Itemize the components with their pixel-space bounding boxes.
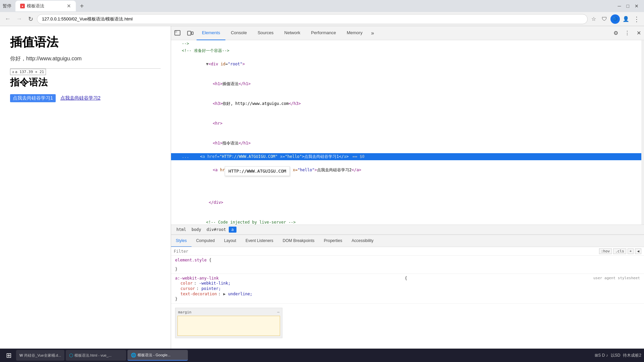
box-model-label: margin — [178, 310, 192, 314]
webpage-content: 插值语法 你好，http://www.atguigu.com a a 137.3… — [0, 26, 171, 362]
svg-rect-3 — [192, 32, 193, 35]
bottom-tabs-bar: Styles Computed Layout Event Listeners D… — [171, 235, 644, 247]
tab-accessibility[interactable]: Accessibility — [347, 235, 378, 247]
css-rule-webkit: a:-webkit-any-link { user agent styleshe… — [171, 274, 644, 304]
cls-toggle-button[interactable]: .cls — [613, 248, 626, 254]
new-tab-button[interactable]: + — [77, 1, 87, 11]
box-model-container: margin ─ — [175, 308, 282, 338]
dom-line[interactable]: </div> — [171, 193, 644, 213]
tab-favicon: ● — [20, 4, 25, 8]
taskbar-ime: 以SD — [611, 353, 621, 358]
profile-button[interactable]: 👤 — [621, 14, 631, 24]
taskbar-user-label: 待木成桩2 — [623, 353, 641, 358]
dom-line[interactable]: <!-- 准备好一个容器--> — [171, 47, 644, 54]
page-title: 插值语法 — [10, 34, 161, 51]
devtools-toolbar: Elements Console Sources Network Perform… — [171, 26, 644, 40]
css-source-label: user agent stylesheet — [593, 276, 640, 280]
css-prop-text-decoration[interactable]: text-decoration: ▶ underline; — [180, 291, 640, 297]
tab-layout[interactable]: Layout — [219, 235, 241, 247]
dom-dots: ... — [182, 154, 189, 160]
taskbar-chrome-label: 模板语法 - Google... — [138, 353, 170, 358]
shield-button[interactable]: 🛡 — [600, 14, 609, 24]
breadcrumb-html[interactable]: html — [174, 227, 189, 233]
refresh-button[interactable]: ↻ — [25, 14, 36, 24]
svg-rect-2 — [187, 31, 191, 35]
tab-styles[interactable]: Styles — [171, 235, 192, 247]
link-1[interactable]: 点我去尚硅谷学习1 — [10, 94, 56, 102]
start-button[interactable]: ⊞ — [3, 349, 15, 361]
tab-network[interactable]: Network — [279, 26, 306, 40]
devtools-menu-button[interactable]: ⋮ — [622, 28, 633, 39]
dom-line[interactable]: <a href="http://www.atguigu.cor" x="hell… — [171, 160, 644, 193]
styles-filter-input[interactable] — [174, 249, 597, 254]
tab-memory[interactable]: Memory — [341, 26, 368, 40]
taskbar-vscode-label: 模板语法.html - vue_... — [74, 353, 112, 358]
tab-console[interactable]: Console — [225, 26, 252, 40]
css-rule-element-style: element.style { } — [171, 256, 644, 274]
svg-rect-1 — [175, 31, 177, 33]
css-prop-cursor[interactable]: cursor: pointer; — [180, 286, 640, 291]
add-style-button[interactable]: + — [628, 248, 634, 254]
close-window-button[interactable]: ✕ — [632, 2, 641, 10]
address-bar[interactable] — [37, 14, 588, 24]
breadcrumb-bar: html body div#root a — [171, 225, 644, 235]
dom-line-selected[interactable]: ... <a href="HTTP://WWW.ATGUIGU.COM" x="… — [171, 153, 644, 160]
dom-line[interactable]: <h3>你好, http://www.atguigu.com</h3> — [171, 94, 644, 114]
dom-tooltip: HTTP://WWW.ATGUIGU.COM — [225, 166, 290, 176]
tab-properties[interactable]: Properties — [319, 235, 347, 247]
styles-panel: :hov .cls + ◀ element.style { } — [171, 247, 644, 362]
taskbar-app-chrome[interactable]: 🌐 模板语法 - Google... — [127, 350, 188, 361]
active-tab[interactable]: ● 模板语法 ✕ — [15, 1, 76, 11]
browser-menu-button[interactable]: ⋮ — [632, 14, 641, 24]
css-selector-webkit: a:-webkit-any-link — [175, 276, 219, 281]
nav-bar: ← → ↻ ☆ 🛡 🔵 👤 ⋮ — [0, 12, 644, 26]
dom-line[interactable]: <h1>指令语法</h1> — [171, 133, 644, 153]
dom-line[interactable]: ▼<div id="root"> — [171, 54, 644, 74]
taskbar-word-label: 尚硅谷_Vue全家桶.d... — [24, 353, 61, 358]
link-2[interactable]: 点我去尚硅谷学习2 — [60, 95, 101, 101]
extensions-button[interactable]: 🔵 — [610, 14, 620, 24]
breadcrumb-a[interactable]: a — [229, 227, 236, 233]
collapse-styles-button[interactable]: ◀ — [635, 248, 641, 254]
title-bar: 暂停 ● 模板语法 ✕ + ─ □ ✕ — [0, 0, 644, 12]
back-button[interactable]: ← — [3, 14, 13, 24]
inspect-element-button[interactable] — [171, 26, 184, 40]
taskbar-app-word[interactable]: W 尚硅谷_Vue全家桶.d... — [16, 350, 64, 361]
taskbar-app-vscode[interactable]: ⬡ 模板语法.html - vue_... — [66, 350, 126, 361]
minimize-button[interactable]: ─ — [615, 2, 624, 10]
hov-toggle-button[interactable]: :hov — [599, 248, 612, 254]
tab-title: 模板语法 — [27, 3, 44, 9]
box-model-section: margin ─ — [171, 305, 644, 341]
tab-computed[interactable]: Computed — [192, 235, 219, 247]
devtools-settings-button[interactable]: ⚙ — [610, 28, 621, 39]
tab-close-btn[interactable]: ✕ — [67, 3, 71, 9]
forward-button[interactable]: → — [14, 14, 24, 24]
dom-line[interactable]: <!-- Code injected by live-server --> — [171, 213, 644, 225]
tab-event-listeners[interactable]: Event Listeners — [241, 235, 278, 247]
tab-sources[interactable]: Sources — [252, 26, 279, 40]
dom-line[interactable]: --> — [171, 40, 644, 47]
dom-line[interactable]: <hr> — [171, 114, 644, 133]
taskbar: ⊞ W 尚硅谷_Vue全家桶.d... ⬡ 模板语法.html - vue_..… — [0, 349, 644, 362]
more-tabs-button[interactable]: » — [368, 28, 377, 38]
bookmark-button[interactable]: ☆ — [589, 14, 598, 24]
directive-title: 指令语法 — [10, 76, 161, 89]
bottom-panel: Styles Computed Layout Event Listeners D… — [171, 235, 644, 362]
css-prop-color[interactable]: color: -webkit-link; — [180, 281, 640, 286]
dom-tree-panel: --> <!-- 准备好一个容器--> ▼<div id="root"> <h1… — [171, 40, 644, 225]
taskbar-system-icons: ⊞S D ♪ — [595, 353, 608, 358]
page-subtitle: 你好，http://www.atguigu.com — [10, 55, 161, 62]
maximize-button[interactable]: □ — [624, 2, 632, 10]
devtools-close-button[interactable]: ✕ — [633, 28, 644, 39]
pause-label: 暂停 — [3, 3, 11, 9]
tab-dom-breakpoints[interactable]: DOM Breakpoints — [278, 235, 319, 247]
devtools-panel: Elements Console Sources Network Perform… — [171, 26, 644, 362]
size-badge: a a 137.39 × 21 — [10, 69, 46, 75]
styles-filter-bar: :hov .cls + ◀ — [171, 247, 644, 256]
device-toolbar-button[interactable] — [184, 26, 197, 40]
tab-elements[interactable]: Elements — [197, 26, 225, 40]
tab-performance[interactable]: Performance — [306, 26, 341, 40]
dom-line[interactable]: <h1>插值语法</h1> — [171, 74, 644, 94]
breadcrumb-body[interactable]: body — [189, 227, 204, 233]
breadcrumb-div-root[interactable]: div#root — [204, 227, 229, 233]
